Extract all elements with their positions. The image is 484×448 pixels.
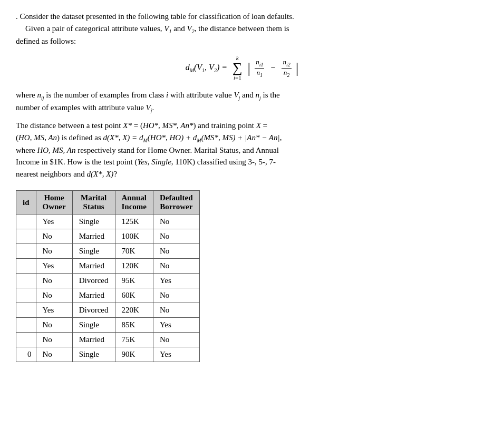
- cell-id: 0: [16, 347, 36, 362]
- cell-annual-income: 90K: [115, 347, 153, 362]
- cell-id: [16, 303, 36, 318]
- loan-defaults-table: id HomeOwner MaritalStatus AnnualIncome …: [16, 190, 200, 362]
- table-row: No Single 70K No: [16, 244, 200, 259]
- cell-annual-income: 60K: [115, 288, 153, 303]
- cell-defaulted: No: [153, 215, 200, 229]
- cell-defaulted: No: [153, 244, 200, 259]
- cell-marital-status: Single: [72, 347, 115, 362]
- table-row: 0 No Single 90K Yes: [16, 347, 200, 362]
- table-row: Yes Married 120K No: [16, 259, 200, 274]
- fraction-1: ni1 n1: [255, 58, 264, 78]
- cell-marital-status: Married: [72, 333, 115, 347]
- cell-defaulted: Yes: [153, 318, 200, 333]
- data-table-section: id HomeOwner MaritalStatus AnnualIncome …: [16, 190, 468, 362]
- main-content: . Consider the dataset presented in the …: [16, 11, 468, 362]
- cell-defaulted: Yes: [153, 274, 200, 288]
- cell-defaulted: No: [153, 333, 200, 347]
- formula-lhs: dM(V1, V2) =: [186, 63, 227, 73]
- cell-home-owner: No: [36, 244, 72, 259]
- table-body: Yes Single 125K No No Married 100K No No…: [16, 215, 200, 362]
- col-header-defaulted-borrower: DefaultedBorrower: [153, 191, 200, 215]
- paragraph-2: where nij is the number of examples from…: [16, 89, 468, 114]
- table-row: Yes Single 125K No: [16, 215, 200, 229]
- cell-marital-status: Divorced: [72, 303, 115, 318]
- frac1-numerator: ni1: [255, 58, 264, 69]
- cell-annual-income: 70K: [115, 244, 153, 259]
- cell-home-owner: No: [36, 318, 72, 333]
- col-header-home-owner: HomeOwner: [36, 191, 72, 215]
- cell-annual-income: 125K: [115, 215, 153, 229]
- cell-id: [16, 215, 36, 229]
- summation-symbol: k ∑ i=1: [233, 55, 243, 81]
- cell-home-owner: No: [36, 274, 72, 288]
- cell-marital-status: Single: [72, 244, 115, 259]
- table-row: No Married 100K No: [16, 229, 200, 244]
- cell-defaulted: No: [153, 303, 200, 318]
- sum-sigma: ∑: [233, 61, 243, 75]
- cell-home-owner: No: [36, 333, 72, 347]
- cell-annual-income: 220K: [115, 303, 153, 318]
- col-header-marital-status: MaritalStatus: [72, 191, 115, 215]
- frac2-denominator: n2: [283, 69, 291, 79]
- absolute-value-bar-left: |: [248, 61, 251, 75]
- cell-id: [16, 274, 36, 288]
- paragraph-3: The distance between a test point X* = (…: [16, 120, 468, 180]
- cell-marital-status: Married: [72, 288, 115, 303]
- cell-home-owner: Yes: [36, 259, 72, 274]
- cell-home-owner: No: [36, 229, 72, 244]
- frac1-denominator: n1: [256, 69, 264, 79]
- cell-marital-status: Married: [72, 229, 115, 244]
- table-row: No Married 60K No: [16, 288, 200, 303]
- cell-annual-income: 100K: [115, 229, 153, 244]
- table-row: Yes Divorced 220K No: [16, 303, 200, 318]
- table-row: No Single 85K Yes: [16, 318, 200, 333]
- cell-id: [16, 318, 36, 333]
- cell-marital-status: Single: [72, 215, 115, 229]
- cell-annual-income: 75K: [115, 333, 153, 347]
- absolute-value-bar-right: |: [296, 61, 299, 75]
- cell-id: [16, 259, 36, 274]
- table-row: No Divorced 95K Yes: [16, 274, 200, 288]
- fraction-2: ni2 n2: [282, 58, 291, 78]
- frac2-numerator: ni2: [282, 58, 291, 69]
- cell-defaulted: No: [153, 229, 200, 244]
- cell-defaulted: No: [153, 259, 200, 274]
- cell-defaulted: No: [153, 288, 200, 303]
- cell-marital-status: Married: [72, 259, 115, 274]
- cell-annual-income: 120K: [115, 259, 153, 274]
- paragraph-1-line2: Given a pair of categorical attribute va…: [16, 24, 289, 33]
- cell-id: [16, 229, 36, 244]
- cell-defaulted: Yes: [153, 347, 200, 362]
- header-row: id HomeOwner MaritalStatus AnnualIncome …: [16, 191, 200, 215]
- table-header: id HomeOwner MaritalStatus AnnualIncome …: [16, 191, 200, 215]
- cell-annual-income: 95K: [115, 274, 153, 288]
- minus-sign: −: [270, 63, 275, 73]
- formula-block: dM(V1, V2) = k ∑ i=1 | ni1 n1 − ni2 n2 |: [16, 55, 468, 81]
- sum-bottom: i=1: [234, 75, 241, 81]
- cell-id: [16, 244, 36, 259]
- table-row: No Married 75K No: [16, 333, 200, 347]
- cell-marital-status: Divorced: [72, 274, 115, 288]
- cell-home-owner: Yes: [36, 303, 72, 318]
- cell-annual-income: 85K: [115, 318, 153, 333]
- cell-home-owner: No: [36, 288, 72, 303]
- cell-home-owner: No: [36, 347, 72, 362]
- cell-id: [16, 288, 36, 303]
- formula: dM(V1, V2) = k ∑ i=1 | ni1 n1 − ni2 n2 |: [186, 55, 299, 81]
- cell-marital-status: Single: [72, 318, 115, 333]
- col-header-annual-income: AnnualIncome: [115, 191, 153, 215]
- col-header-id: id: [16, 191, 36, 215]
- paragraph-1: . Consider the dataset presented in the …: [16, 11, 468, 47]
- cell-id: [16, 333, 36, 347]
- cell-home-owner: Yes: [36, 215, 72, 229]
